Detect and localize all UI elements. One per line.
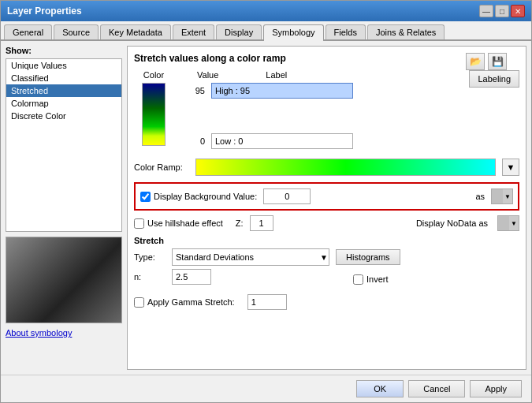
high-label-input[interactable] xyxy=(211,83,353,99)
invert-label-text: Invert xyxy=(366,274,389,284)
sidebar-item-classified[interactable]: Classified xyxy=(6,72,121,84)
bg-color-dropdown-arrow: ▼ xyxy=(503,193,512,200)
show-label: Show: xyxy=(6,46,122,55)
labeling-button[interactable]: Labeling xyxy=(469,70,519,88)
maximize-button[interactable]: □ xyxy=(495,5,509,17)
value-header: Value xyxy=(197,70,218,80)
tab-display[interactable]: Display xyxy=(216,24,262,39)
window-controls: — □ ✕ xyxy=(479,5,525,17)
tab-symbology[interactable]: Symbology xyxy=(263,24,323,41)
hillshade-label-text: Use hillshade effect xyxy=(147,218,223,228)
color-gradient xyxy=(142,83,166,146)
sidebar-item-colormap[interactable]: Colormap xyxy=(6,97,121,110)
ok-button[interactable]: OK xyxy=(356,380,404,397)
bg-color-swatch xyxy=(492,189,503,203)
nodata-dropdown-arrow: ▼ xyxy=(509,220,519,227)
save-icon-button[interactable]: 💾 xyxy=(488,53,507,70)
n-input[interactable] xyxy=(172,269,211,285)
gamma-checkbox[interactable] xyxy=(134,297,144,308)
layer-properties-window: Layer Properties — □ ✕ General Source Ke… xyxy=(0,0,532,403)
sidebar-item-discrete-color[interactable]: Discrete Color xyxy=(6,110,121,122)
invert-checkbox[interactable] xyxy=(353,274,363,285)
hillshade-row: Use hillshade effect Z: Display NoData a… xyxy=(134,215,519,231)
tab-extent[interactable]: Extent xyxy=(173,24,214,39)
color-value-area: Color Value Label 95 0 xyxy=(134,70,519,152)
cancel-button[interactable]: Cancel xyxy=(408,380,465,397)
bg-value-input[interactable] xyxy=(263,188,311,204)
label-header: Label xyxy=(266,70,287,80)
color-ramp-row: Color Ramp: ▼ xyxy=(134,159,519,176)
histograms-button[interactable]: Histograms xyxy=(336,249,400,265)
display-bg-checkbox-label: Display Background Value: xyxy=(140,192,257,202)
tab-fields[interactable]: Fields xyxy=(326,24,366,39)
icon-row: 📂 💾 xyxy=(466,53,507,70)
tab-joins-relates[interactable]: Joins & Relates xyxy=(367,24,445,39)
stretch-type-wrapper: Standard Deviations None Minimum Maximum… xyxy=(172,248,329,266)
stretch-type-select[interactable]: Standard Deviations None Minimum Maximum… xyxy=(172,248,329,266)
color-ramp-dropdown[interactable]: ▼ xyxy=(502,159,519,176)
nodata-color-picker[interactable]: ▼ xyxy=(497,215,519,231)
type-label: Type: xyxy=(134,252,166,262)
hillshade-checkbox-label: Use hillshade effect xyxy=(134,218,223,229)
sidebar-item-unique-values[interactable]: Unique Values xyxy=(6,59,121,72)
value-label-area: Value Label 95 0 xyxy=(189,70,463,152)
low-value-row: 0 xyxy=(189,133,463,149)
preview-image xyxy=(6,237,121,323)
tab-key-metadata[interactable]: Key Metadata xyxy=(100,24,171,39)
preview-box xyxy=(6,237,122,323)
content-area: Show: Unique Values Classified Stretched… xyxy=(1,41,531,375)
n-row: n: xyxy=(134,269,211,285)
gamma-input[interactable] xyxy=(247,294,287,310)
gamma-row: Apply Gamma Stretch: xyxy=(134,294,519,310)
display-bg-checkbox[interactable] xyxy=(140,192,151,202)
right-panel: Stretch values along a color ramp 📂 💾 Co… xyxy=(127,46,526,370)
tab-source[interactable]: Source xyxy=(54,24,99,39)
nodata-color-swatch xyxy=(498,216,509,230)
tab-general[interactable]: General xyxy=(4,24,52,39)
z-input[interactable] xyxy=(250,215,273,231)
apply-button[interactable]: Apply xyxy=(470,380,522,397)
stretch-type-row: Type: Standard Deviations None Minimum M… xyxy=(134,248,519,266)
color-ramp-bar[interactable] xyxy=(195,159,496,176)
low-value-text: 0 xyxy=(189,136,205,146)
close-button[interactable]: ✕ xyxy=(511,5,525,17)
nodata-label: Display NoData as xyxy=(416,218,488,228)
color-ramp-label: Color Ramp: xyxy=(134,162,189,172)
gamma-checkbox-label: Apply Gamma Stretch: xyxy=(134,297,235,308)
color-column: Color xyxy=(134,70,173,146)
high-value-row: 95 xyxy=(189,83,463,99)
load-icon-button[interactable]: 📂 xyxy=(466,53,485,70)
display-background-box: Display Background Value: as ▼ xyxy=(134,182,519,211)
high-value-text: 95 xyxy=(189,86,205,95)
tabs-bar: General Source Key Metadata Extent Displ… xyxy=(1,21,531,41)
hillshade-checkbox[interactable] xyxy=(134,218,144,229)
n-label: n: xyxy=(134,272,166,282)
color-header: Color xyxy=(143,70,164,80)
bg-color-picker[interactable]: ▼ xyxy=(491,188,513,204)
invert-checkbox-label: Invert xyxy=(353,274,389,285)
as-label: as xyxy=(475,192,485,201)
sidebar-item-stretched[interactable]: Stretched xyxy=(6,84,121,97)
stretch-section: Stretch Type: Standard Deviations None M… xyxy=(134,236,519,289)
display-bg-label-text: Display Background Value: xyxy=(154,192,257,201)
z-label: Z: xyxy=(236,218,244,228)
gamma-label-text: Apply Gamma Stretch: xyxy=(147,297,235,307)
show-list: Unique Values Classified Stretched Color… xyxy=(6,58,122,232)
section-title: Stretch values along a color ramp xyxy=(134,53,519,64)
left-panel: Show: Unique Values Classified Stretched… xyxy=(6,46,122,370)
minimize-button[interactable]: — xyxy=(479,5,493,17)
window-title: Layer Properties xyxy=(7,6,82,17)
title-bar: Layer Properties — □ ✕ xyxy=(1,1,531,21)
about-symbology-link[interactable]: About symbology xyxy=(6,328,122,338)
low-label-input[interactable] xyxy=(211,133,353,149)
stretch-title: Stretch xyxy=(134,236,519,245)
bottom-bar: OK Cancel Apply xyxy=(1,375,531,402)
